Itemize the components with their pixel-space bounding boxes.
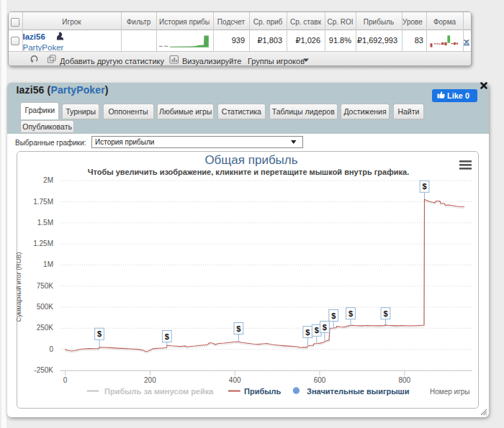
svg-text:$: $ (323, 323, 327, 332)
svg-text:$: $ (422, 182, 426, 191)
svg-text:$: $ (165, 332, 169, 341)
svg-text:$: $ (97, 329, 102, 338)
svg-text:$: $ (315, 326, 319, 334)
svg-text:$: $ (236, 324, 240, 333)
svg-text:$: $ (331, 311, 336, 320)
svg-text:$: $ (305, 328, 310, 337)
svg-text:$: $ (348, 309, 353, 318)
svg-text:$: $ (383, 309, 387, 318)
